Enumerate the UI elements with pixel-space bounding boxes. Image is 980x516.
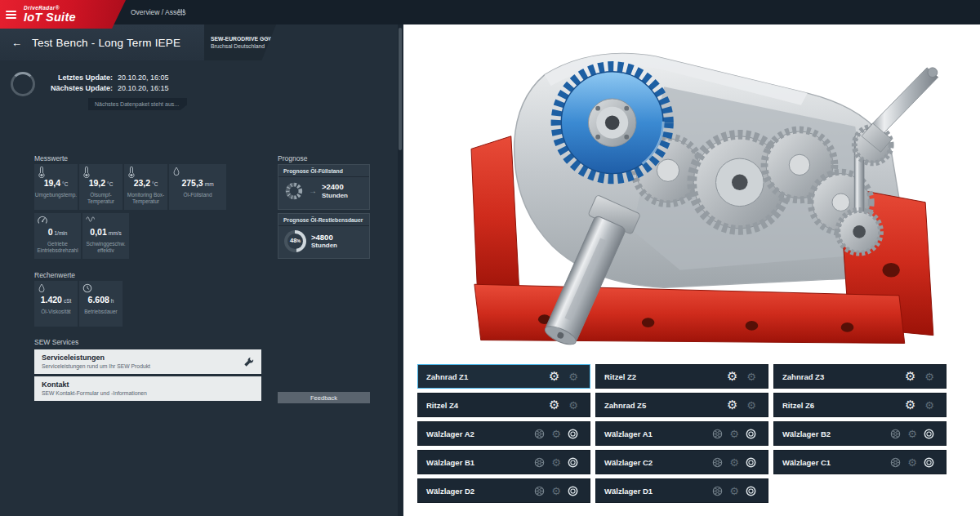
component-label: Zahnrad Z1 — [426, 372, 549, 381]
component-button[interactable]: Wälzlager B1 ⚙ — [417, 450, 590, 474]
tile-unit: °C — [107, 181, 113, 187]
value-tile[interactable]: 1.420cSt Öl-Viskosität — [34, 281, 78, 327]
gear-outline-icon[interactable]: ⚙ — [729, 457, 739, 468]
tile-label: Öl-Füllstand — [183, 192, 212, 204]
value-tile[interactable]: 23,2°C Monitoring Box-Temperatur — [124, 164, 167, 210]
bearing-icon[interactable] — [712, 457, 723, 468]
value-tile[interactable]: 01/min Getriebe Eintriebsdrehzahl — [34, 213, 81, 259]
component-button[interactable]: Zahnrad Z5 ⚙ ⚙ — [595, 393, 768, 417]
component-button[interactable]: Wälzlager D1 ⚙ — [595, 478, 768, 503]
component-button[interactable]: Wälzlager B2 ⚙ — [773, 421, 947, 446]
component-button[interactable]: Wälzlager C2 ⚙ — [595, 450, 768, 474]
value-tile[interactable]: 0,01mm/s Schwinggeschw. effektiv — [82, 213, 129, 259]
gear-outline-icon[interactable]: ⚙ — [551, 429, 561, 439]
bearing-ring-icon[interactable] — [746, 486, 756, 496]
sidebar-scrollbar-thumb[interactable] — [399, 28, 402, 150]
update-spinner — [11, 72, 35, 96]
gear-outline-icon[interactable]: ⚙ — [907, 457, 917, 468]
tile-label: Monitoring Box-Temperatur — [126, 192, 166, 205]
value-tile[interactable]: 275,3mm Öl-Füllstand — [169, 164, 226, 210]
progress-ring: 48 % — [284, 230, 306, 252]
value-tile[interactable]: 19,2°C Ölsumpf-Temperatur — [79, 164, 122, 210]
component-button[interactable]: Zahnrad Z3 ⚙ ⚙ — [773, 364, 947, 389]
bearing-ring-icon[interactable] — [924, 429, 934, 439]
brand-banner[interactable]: DriveRadar® IoT Suite — [0, 0, 126, 29]
rpm-gauge-icon — [38, 216, 47, 225]
service-row-kontakt[interactable]: Kontakt SEW Kontakt-Formular und -Inform… — [34, 376, 261, 401]
gear-icon[interactable]: ⚙ — [549, 399, 559, 411]
tile-label: Öl-Viskosität — [41, 309, 70, 321]
gear-outline-icon[interactable]: ⚙ — [746, 400, 756, 411]
prognose-oil-level-panel[interactable]: Prognose Öl-Füllstand → >2400 Stunden — [278, 164, 370, 210]
prognose-value: >4800 — [311, 233, 337, 242]
vibration-wave-icon — [86, 216, 96, 223]
gear-outline-icon[interactable]: ⚙ — [729, 486, 739, 496]
tile-unit: °C — [152, 181, 158, 187]
gearbox-3d-view[interactable] — [421, 31, 947, 358]
bearing-icon[interactable] — [712, 486, 723, 496]
service-subtitle: Serviceleistungen rund um Ihr SEW Produk… — [42, 363, 243, 370]
component-label: Wälzlager C1 — [782, 458, 890, 467]
gear-outline-icon[interactable]: ⚙ — [551, 486, 561, 496]
bearing-ring-icon[interactable] — [568, 457, 578, 468]
gear-outline-icon[interactable]: ⚙ — [924, 400, 934, 411]
gear-icon[interactable]: ⚙ — [727, 399, 737, 411]
value-tile[interactable]: 6.608h Betriebsdauer — [79, 281, 122, 327]
bearing-icon[interactable] — [712, 429, 723, 439]
apps-grid-icon[interactable] — [178, 9, 185, 16]
component-button[interactable]: Ritzel Z2 ⚙ ⚙ — [595, 364, 768, 389]
pending-data-status: Nächstes Datenpaket steht aus... — [88, 98, 187, 110]
menu-icon[interactable] — [6, 11, 16, 19]
tile-value: 6.608 — [88, 295, 109, 305]
trend-arrow-icon: → — [309, 187, 317, 195]
next-update-value: 20.10.20, 16:15 — [118, 84, 169, 92]
component-button[interactable]: Ritzel Z6 ⚙ ⚙ — [773, 393, 947, 417]
component-grid: Zahnrad Z1 ⚙ ⚙ Ritzel Z2 ⚙ ⚙ Zahnrad Z3 … — [417, 364, 947, 503]
prognose-panel-header: Prognose Öl-Restlebensdauer — [278, 214, 369, 226]
gear-outline-icon[interactable]: ⚙ — [907, 429, 917, 439]
brand-product: IoT Suite — [24, 11, 76, 24]
component-button[interactable]: Wälzlager A1 ⚙ — [595, 421, 768, 446]
back-arrow-icon[interactable]: ← — [11, 37, 22, 49]
component-button[interactable]: Zahnrad Z1 ⚙ ⚙ — [417, 364, 590, 389]
gear-icon[interactable]: ⚙ — [905, 371, 915, 383]
bearing-icon[interactable] — [534, 429, 545, 439]
gear-outline-icon[interactable]: ⚙ — [729, 429, 739, 439]
component-button[interactable]: Wälzlager C1 ⚙ — [773, 450, 947, 474]
bearing-icon[interactable] — [534, 457, 545, 468]
component-label: Ritzel Z4 — [426, 401, 549, 410]
section-title-sew-services: SEW Services — [34, 338, 78, 346]
bearing-ring-icon[interactable] — [568, 486, 578, 496]
gear-outline-icon[interactable]: ⚙ — [568, 400, 578, 411]
bearing-ring-icon[interactable] — [746, 429, 756, 439]
feedback-button[interactable]: Feedback — [278, 392, 370, 403]
bearing-ring-icon[interactable] — [568, 429, 578, 439]
bearing-icon[interactable] — [534, 486, 545, 496]
component-button[interactable]: Wälzlager A2 ⚙ — [417, 421, 590, 446]
tile-label: Betriebsdauer — [84, 309, 117, 321]
bearing-ring-icon[interactable] — [746, 457, 756, 468]
bearing-icon[interactable] — [890, 429, 901, 439]
gear-icon[interactable]: ⚙ — [727, 371, 737, 383]
value-tile[interactable]: 19,4°C Umgebungstemp. — [34, 164, 78, 210]
component-button[interactable]: Ritzel Z4 ⚙ ⚙ — [417, 393, 590, 417]
gear-outline-icon[interactable]: ⚙ — [568, 371, 578, 382]
tile-label: Umgebungstemp. — [35, 192, 77, 204]
component-button[interactable]: Wälzlager D2 ⚙ — [417, 478, 590, 503]
gear-outline-icon[interactable]: ⚙ — [746, 371, 756, 382]
bearing-icon[interactable] — [890, 457, 901, 468]
bearing-ring-icon[interactable] — [924, 457, 934, 468]
gear-icon[interactable]: ⚙ — [549, 371, 559, 383]
prognose-oil-life-panel[interactable]: Prognose Öl-Restlebensdauer 48 % >4800 S… — [278, 213, 370, 259]
component-label: Wälzlager A2 — [426, 429, 534, 438]
gear-outline-icon[interactable]: ⚙ — [551, 457, 561, 468]
rechenwerte-row: 1.420cSt Öl-Viskosität 6.608h Betriebsda… — [34, 281, 122, 327]
section-title-prognose: Prognose — [278, 154, 307, 162]
gear-icon[interactable]: ⚙ — [905, 399, 915, 411]
tile-value: 0 — [48, 227, 53, 237]
tile-value: 275,3 — [181, 178, 203, 188]
progress-percent: 48 — [290, 238, 296, 244]
gearbox-cutaway-illustration — [421, 31, 947, 358]
gear-outline-icon[interactable]: ⚙ — [924, 371, 934, 382]
service-row-serviceleistungen[interactable]: Serviceleistungen Serviceleistungen rund… — [34, 349, 261, 374]
